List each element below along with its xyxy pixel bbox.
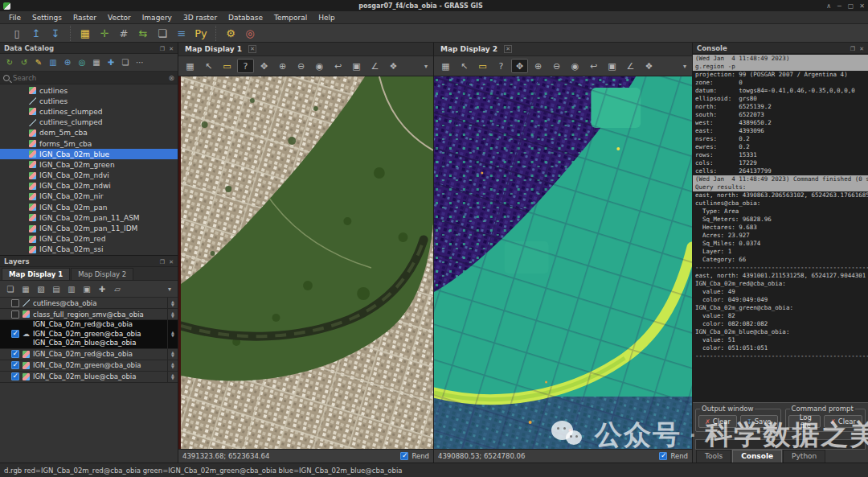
script-icon[interactable]: ≡ — [174, 26, 190, 41]
pan-icon[interactable]: ✥ — [256, 59, 272, 73]
close-panel-icon[interactable]: ✕ — [859, 46, 864, 52]
display-tab[interactable]: Map Display 2 — [71, 268, 133, 280]
overlay-icon[interactable]: ❖ — [641, 59, 657, 73]
layers-toolbar-overflow-icon[interactable]: ▾ — [168, 286, 174, 293]
catalog-item[interactable]: cutlines — [0, 96, 178, 106]
database-icon[interactable]: ▥ — [47, 56, 59, 68]
add-raster-icon[interactable]: ▦ — [19, 283, 32, 295]
add-raster-misc-icon[interactable]: ▧ — [35, 283, 47, 295]
reload-tree-icon[interactable]: ↻ — [3, 56, 16, 68]
add-vector-icon[interactable]: ▤ — [50, 283, 63, 295]
catalog-item[interactable]: cutlines_clumped — [0, 117, 178, 128]
pointer-icon[interactable]: ↖ — [456, 59, 473, 73]
float-panel-icon[interactable]: ❐ — [160, 259, 165, 265]
layer-opacity-control[interactable] — [167, 372, 178, 382]
unpack-icon[interactable]: ❏ — [119, 56, 132, 68]
help-icon[interactable]: ◎ — [242, 26, 258, 41]
console-tab[interactable]: Tools — [696, 450, 731, 463]
catalog-item[interactable]: IGN_Cba_02m_ndwi — [0, 181, 178, 191]
catalog-item[interactable]: forms_5m_cba — [0, 138, 178, 149]
overlay-icon[interactable]: ❖ — [385, 59, 402, 73]
menu-item[interactable]: Vector — [102, 12, 137, 23]
more-icon[interactable]: ⋯ — [133, 56, 146, 68]
query-icon[interactable]: ? — [237, 59, 254, 73]
measure-icon[interactable]: ∠ — [622, 59, 639, 73]
menu-item[interactable]: Raster — [68, 12, 102, 23]
add-overlay-icon[interactable]: ✚ — [96, 283, 108, 295]
graphical-modeler-icon[interactable]: # — [116, 26, 132, 41]
close-panel-icon[interactable]: ✕ — [169, 46, 174, 52]
layer-checkbox[interactable] — [11, 350, 19, 358]
add-vector-misc-icon[interactable]: ▥ — [65, 283, 78, 295]
catalog-item[interactable]: cutlines_clumped — [0, 106, 178, 117]
maximize-icon[interactable]: ▢ — [848, 2, 854, 10]
layer-checkbox[interactable] — [11, 330, 19, 338]
catalog-item[interactable]: IGN_Cba_02m_pan_11_ASM — [0, 212, 178, 223]
zoom-selected-icon[interactable]: ◉ — [311, 59, 328, 73]
layer-opacity-control[interactable] — [167, 320, 178, 348]
float-panel-icon[interactable]: ❐ — [850, 46, 855, 52]
menu-item[interactable]: Settings — [27, 12, 68, 23]
add-group-icon[interactable]: ▣ — [80, 283, 93, 295]
select-icon[interactable]: ▭ — [474, 59, 491, 73]
float-panel-icon[interactable]: ❐ — [160, 46, 165, 52]
layer-row[interactable]: cutlines@cba_obia — [0, 298, 178, 309]
import-vector-icon[interactable]: ✚ — [104, 56, 117, 68]
console-tab[interactable]: Python — [783, 450, 825, 463]
layer-opacity-control[interactable] — [167, 360, 178, 371]
catalog-item[interactable]: IGN_Cba_02m_red — [0, 234, 178, 245]
zoom-out-icon[interactable]: ⊖ — [548, 59, 565, 73]
menu-item[interactable]: Temporal — [268, 12, 313, 23]
map2-toolbar-overflow-icon[interactable]: ▾ — [683, 63, 689, 70]
select-icon[interactable]: ▭ — [219, 59, 235, 73]
zoom-extent-icon[interactable]: ▣ — [348, 59, 365, 73]
catalog-item[interactable]: IGN_Cba_02m_nir — [0, 191, 178, 202]
layer-row[interactable]: IGN_Cba_02m_blue@cba_obia — [0, 372, 178, 383]
clear-search-icon[interactable]: ⊗ — [168, 74, 174, 82]
zoom-in-icon[interactable]: ⊕ — [530, 59, 547, 73]
close-icon[interactable]: ✕ — [859, 2, 865, 10]
menu-item[interactable]: 3D raster — [178, 12, 223, 23]
catalog-item[interactable]: cutlines — [0, 85, 178, 96]
layer-row[interactable]: IGN_Cba_02m_red@cba_obia — [0, 349, 178, 360]
zoom-back-icon[interactable]: ↩ — [585, 59, 602, 73]
pointer-icon[interactable]: ↖ — [200, 59, 217, 73]
layer-opacity-control[interactable] — [167, 298, 178, 308]
raster-tools-icon[interactable]: ▦ — [77, 26, 93, 41]
pan-icon[interactable]: ✥ — [511, 59, 528, 73]
catalog-item[interactable]: dem_5m_cba — [0, 128, 178, 138]
layer-row[interactable]: IGN_Cba_02m_green@cba_obia — [0, 360, 178, 372]
menu-item[interactable]: Help — [313, 12, 341, 23]
shade-icon[interactable]: ∧ — [826, 2, 831, 10]
python-icon[interactable]: Py — [193, 26, 209, 41]
settings-icon[interactable]: ⚙ — [223, 26, 239, 41]
close-display-icon[interactable]: ✕ — [504, 45, 512, 53]
add-web-service-icon[interactable]: ▱ — [111, 283, 124, 295]
render-checkbox[interactable] — [400, 452, 408, 460]
layer-checkbox[interactable] — [11, 299, 19, 307]
save-output-button[interactable]: ↧Save — [740, 415, 778, 428]
render-map-icon[interactable]: ▦ — [182, 59, 199, 73]
catalog-item[interactable]: IGN_Cba_02m_pan — [0, 202, 178, 212]
catalog-item[interactable]: IGN_Cba_02m_green — [0, 159, 178, 170]
import-raster-icon[interactable]: ▦ — [90, 56, 103, 68]
add-location-icon[interactable]: ◎ — [76, 56, 88, 68]
catalog-item[interactable]: IGN_Cba_02m_pan_11_IDM — [0, 223, 178, 233]
clear-prompt-button[interactable]: ✗Clear — [824, 415, 862, 428]
close-display-icon[interactable]: ✕ — [248, 45, 256, 53]
zoom-selected-icon[interactable]: ◉ — [567, 59, 583, 73]
layer-opacity-control[interactable] — [167, 349, 178, 360]
display-tab[interactable]: Map Display 1 — [2, 268, 70, 280]
workspace-new-icon[interactable]: ▯ — [9, 26, 25, 41]
layer-checkbox[interactable] — [11, 361, 19, 369]
layer-checkbox[interactable] — [11, 310, 19, 319]
georectifier-icon[interactable]: ✛ — [96, 26, 113, 41]
workspace-open-icon[interactable]: ↥ — [28, 26, 44, 41]
layer-row[interactable]: class_full_region_smv@cba_obia — [0, 309, 178, 320]
console-tab[interactable]: Console — [732, 450, 782, 463]
workspace-save-icon[interactable]: ↧ — [47, 26, 63, 41]
clear-output-button[interactable]: ✗Clear — [698, 415, 737, 428]
measure-icon[interactable]: ∠ — [366, 59, 383, 73]
catalog-item[interactable]: IGN_Cba_02m_blue — [0, 149, 178, 159]
vector-network-icon[interactable]: ⇆ — [135, 26, 151, 41]
